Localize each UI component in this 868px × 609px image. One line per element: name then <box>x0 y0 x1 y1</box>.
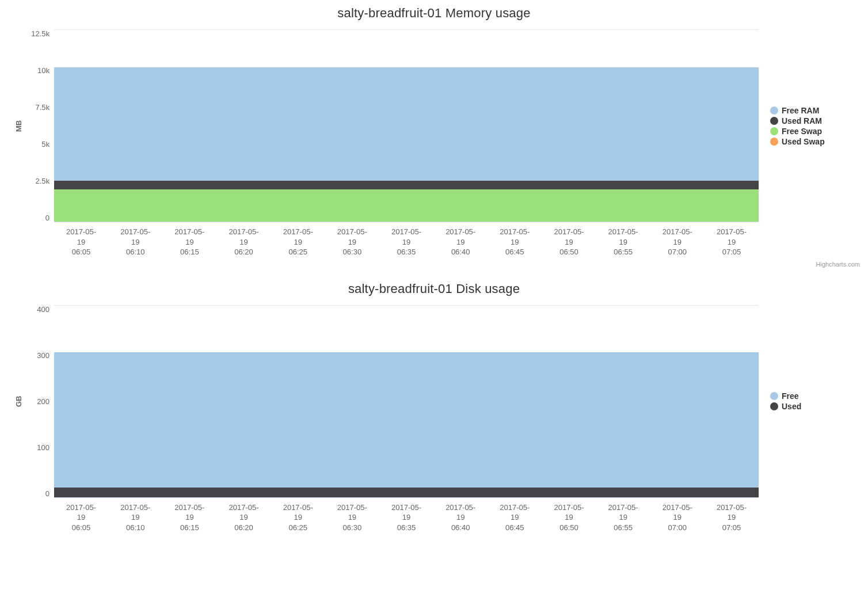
legend-item-used-swap[interactable]: Used Swap <box>770 137 862 146</box>
x-tick: 2017-05- 19 06:55 <box>596 227 650 257</box>
series-used-ram <box>54 181 759 189</box>
legend-item-free-ram[interactable]: Free RAM <box>770 106 862 115</box>
legend-label: Free <box>782 391 799 401</box>
x-tick: 2017-05- 19 07:00 <box>650 503 705 533</box>
x-tick: 2017-05- 19 06:05 <box>54 227 108 257</box>
legend-item-used[interactable]: Used <box>770 402 862 411</box>
legend-label: Free RAM <box>782 106 819 115</box>
y-tick: 100 <box>37 443 50 452</box>
legend-item-free-swap[interactable]: Free Swap <box>770 127 862 136</box>
circle-icon <box>770 402 778 410</box>
series-free-swap <box>54 189 759 222</box>
legend-label: Used Swap <box>782 137 825 146</box>
legend-item-free[interactable]: Free <box>770 391 862 401</box>
y-tick: 200 <box>37 397 50 406</box>
x-tick: 2017-05- 19 06:25 <box>271 503 325 533</box>
x-tick: 2017-05- 19 06:35 <box>379 227 433 257</box>
x-tick: 2017-05- 19 07:05 <box>705 503 759 533</box>
x-tick: 2017-05- 19 06:25 <box>271 227 325 257</box>
x-tick: 2017-05- 19 06:40 <box>433 503 488 533</box>
x-tick: 2017-05- 19 06:40 <box>433 227 488 257</box>
x-tick: 2017-05- 19 06:45 <box>488 227 542 257</box>
circle-icon <box>770 392 778 400</box>
memory-chart: salty-breadfruit-01 Memory usage MB 12.5… <box>0 0 868 270</box>
x-tick: 2017-05- 19 06:15 <box>162 227 216 257</box>
circle-icon <box>770 106 778 115</box>
chart-title: salty-breadfruit-01 Memory usage <box>0 0 868 29</box>
circle-icon <box>770 127 778 135</box>
x-tick: 2017-05- 19 06:55 <box>596 503 650 533</box>
chart-credits[interactable]: Highcharts.com <box>0 257 868 270</box>
x-tick: 2017-05- 19 06:05 <box>54 503 108 533</box>
plot-area[interactable] <box>54 305 759 498</box>
y-tick: 5k <box>41 140 50 149</box>
x-axis: 2017-05- 19 06:05 2017-05- 19 06:10 2017… <box>54 222 759 257</box>
y-axis-label: MB <box>12 29 25 222</box>
x-tick: 2017-05- 19 07:05 <box>705 227 759 257</box>
disk-chart: salty-breadfruit-01 Disk usage GB 400 30… <box>0 276 868 533</box>
y-tick: 2.5k <box>35 177 50 185</box>
x-tick: 2017-05- 19 06:10 <box>108 227 162 257</box>
y-axis-label: GB <box>12 305 25 498</box>
legend-label: Used <box>782 402 801 411</box>
circle-icon <box>770 138 778 146</box>
x-tick: 2017-05- 19 06:15 <box>162 503 216 533</box>
y-tick: 300 <box>37 351 50 360</box>
circle-icon <box>770 117 778 125</box>
y-axis: 12.5k 10k 7.5k 5k 2.5k 0 <box>25 29 54 222</box>
x-tick: 2017-05- 19 06:30 <box>325 227 379 257</box>
y-tick: 10k <box>37 66 50 75</box>
chart-title: salty-breadfruit-01 Disk usage <box>0 276 868 305</box>
plot-area[interactable] <box>54 29 759 222</box>
x-tick: 2017-05- 19 06:20 <box>216 503 271 533</box>
series-used-disk <box>54 488 759 497</box>
x-tick: 2017-05- 19 06:30 <box>325 503 379 533</box>
legend-item-used-ram[interactable]: Used RAM <box>770 116 862 125</box>
y-tick: 7.5k <box>35 103 50 112</box>
y-axis: 400 300 200 100 0 <box>25 305 54 498</box>
y-tick: 0 <box>45 489 50 498</box>
y-tick: 0 <box>45 214 50 222</box>
x-tick: 2017-05- 19 06:50 <box>542 227 596 257</box>
chart-legend: Free Used <box>759 305 862 498</box>
chart-legend: Free RAM Used RAM Free Swap Used Swap <box>759 29 862 222</box>
x-axis: 2017-05- 19 06:05 2017-05- 19 06:10 2017… <box>54 498 759 533</box>
y-tick: 12.5k <box>31 29 50 38</box>
x-tick: 2017-05- 19 06:35 <box>379 503 433 533</box>
x-tick: 2017-05- 19 06:10 <box>108 503 162 533</box>
x-tick: 2017-05- 19 06:20 <box>216 227 271 257</box>
legend-label: Used RAM <box>782 116 822 125</box>
legend-label: Free Swap <box>782 127 822 136</box>
y-tick: 400 <box>37 305 50 314</box>
series-free-ram <box>54 67 759 181</box>
series-free-disk <box>54 352 759 488</box>
x-tick: 2017-05- 19 07:00 <box>650 227 705 257</box>
x-tick: 2017-05- 19 06:50 <box>542 503 596 533</box>
x-tick: 2017-05- 19 06:45 <box>488 503 542 533</box>
